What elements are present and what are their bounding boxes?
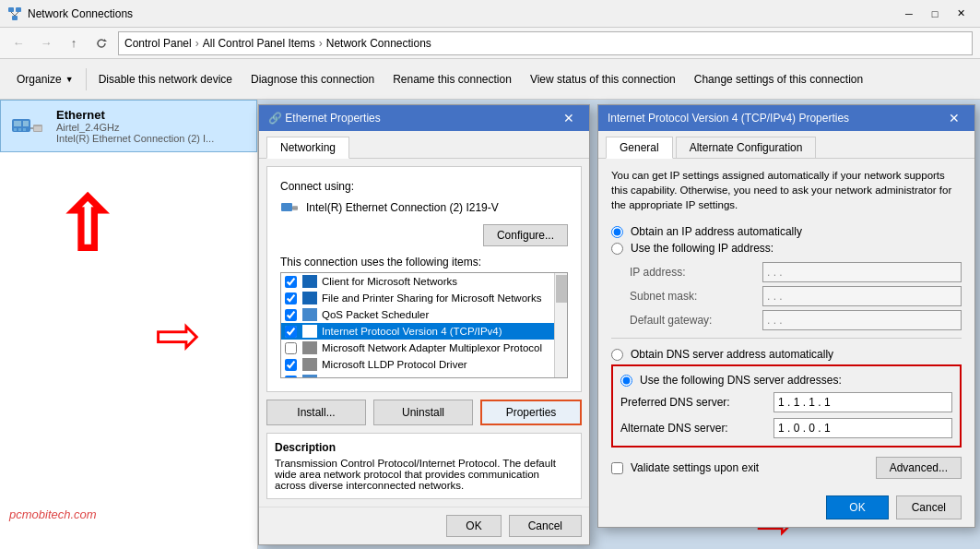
item-label-3: Internet Protocol Version 4 (TCP/IPv4) [322,326,502,337]
item-icon-4 [302,341,317,354]
maximize-btn[interactable]: □ [923,3,947,25]
alternate-dns-label: Alternate DNS server: [620,418,768,438]
ethernet-ok-btn[interactable]: OK [446,515,501,537]
item-icon-0 [302,275,317,288]
item-checkbox-6[interactable] [285,376,297,379]
titlebar: Network Connections ─ □ ✕ [0,0,980,28]
ethernet-dialog-tabs: Networking [259,131,589,159]
diagnose-connection-btn[interactable]: Diagnose this connection [242,63,384,96]
item-label-5: Microsoft LLDP Protocol Driver [322,359,467,370]
addressbar: ← → ↑ Control Panel › All Control Panel … [0,28,980,59]
list-item[interactable]: File and Printer Sharing for Microsoft N… [281,290,567,306]
list-item[interactable]: Client for Microsoft Networks [281,273,567,290]
refresh-btn[interactable] [90,32,112,54]
connect-using-row: Intel(R) Ethernet Connection (2) I219-V [280,198,568,217]
manual-ip-radio[interactable] [611,243,623,255]
dns-box: Use the following DNS server addresses: … [611,364,962,448]
ethernet-connection-item[interactable]: Ethernet Airtel_2.4GHz Intel(R) Ethernet… [0,100,257,152]
auto-dns-radio[interactable] [611,349,623,361]
gateway-label: Default gateway: [630,310,759,330]
tab-general[interactable]: General [606,137,673,159]
item-label-1: File and Printer Sharing for Microsoft N… [322,292,541,304]
forward-btn[interactable]: → [35,32,57,54]
auto-ip-label: Obtain an IP address automatically [631,225,802,238]
configure-btn[interactable]: Configure... [483,224,568,246]
network-connections-icon [7,6,22,21]
install-btn[interactable]: Install... [266,400,366,425]
scroll-thumb[interactable] [556,275,567,303]
properties-btn[interactable]: Properties [480,400,582,425]
auto-dns-row: Obtain DNS server address automatically [611,348,962,361]
tcpip-dialog-close-btn[interactable]: ✕ [943,108,965,128]
item-checkbox-4[interactable] [285,342,297,354]
tab-networking[interactable]: Networking [266,137,349,159]
view-status-btn[interactable]: View status of this connection [521,63,685,96]
svg-rect-14 [34,126,41,131]
svg-marker-5 [104,39,107,42]
manual-dns-radio[interactable] [620,375,632,387]
tcpip-content: You can get IP settings assigned automat… [598,159,974,488]
svg-rect-1 [16,7,21,12]
ethernet-dialog-close-btn[interactable]: ✕ [558,108,580,128]
item-checkbox-3[interactable] [285,326,297,338]
svg-rect-10 [18,128,21,131]
scrollbar-vert[interactable] [554,273,567,377]
ethernet-properties-dialog[interactable]: 🔗 Ethernet Properties ✕ Networking Conne… [258,104,590,545]
gateway-input[interactable]: . . . [762,310,962,330]
minimize-btn[interactable]: ─ [897,3,921,25]
list-item[interactable]: Microsoft LLDP Protocol Driver [281,356,567,373]
item-checkbox-0[interactable] [285,276,297,288]
item-label-0: Client for Microsoft Networks [322,276,457,287]
auto-ip-row: Obtain an IP address automatically [611,225,962,238]
tcpip-tabs: General Alternate Configuration [598,131,974,159]
organize-btn[interactable]: Organize ▼ [7,63,83,96]
list-item-ipv4[interactable]: Internet Protocol Version 4 (TCP/IPv4) [281,323,567,340]
red-arrow-up: ⇧ [55,183,117,269]
auto-dns-label: Obtain DNS server address automatically [631,348,833,361]
tcpip-ok-btn[interactable]: OK [826,495,888,519]
preferred-dns-label: Preferred DNS server: [620,392,768,412]
ethernet-cancel-btn[interactable]: Cancel [509,515,582,537]
item-checkbox-1[interactable] [285,292,297,304]
tab-alternate-config[interactable]: Alternate Configuration [676,137,817,158]
disable-network-device-btn[interactable]: Disable this network device [89,63,242,96]
list-item[interactable]: QoS Packet Scheduler [281,306,567,323]
tcpip-properties-dialog[interactable]: Internet Protocol Version 4 (TCP/IPv4) P… [597,104,975,528]
tcpip-cancel-btn[interactable]: Cancel [896,495,962,519]
ip-radio-group: Obtain an IP address automatically Use t… [611,225,962,255]
dns-section: Obtain DNS server address automatically … [611,348,962,448]
change-settings-btn[interactable]: Change settings of this connection [685,63,872,96]
item-label-4: Microsoft Network Adapter Multiplexor Pr… [322,342,542,353]
item-checkbox-5[interactable] [285,359,297,371]
svg-rect-9 [14,128,17,131]
list-item[interactable]: Internet Protocol Version 6 (TCP/IPv6) [281,373,567,378]
advanced-btn[interactable]: Advanced... [876,457,962,479]
breadcrumb[interactable]: Control Panel › All Control Panel Items … [118,31,973,55]
close-btn[interactable]: ✕ [949,3,973,25]
validate-checkbox[interactable] [611,462,623,474]
ip-address-input[interactable]: . . . [762,262,962,282]
rename-connection-btn[interactable]: Rename this connection [384,63,521,96]
up-btn[interactable]: ↑ [63,32,85,54]
watermark: pcmobitech.com [9,507,97,521]
list-item[interactable]: Microsoft Network Adapter Multiplexor Pr… [281,340,567,356]
subnet-input[interactable]: . . . [762,286,962,306]
item-label-6: Internet Protocol Version 6 (TCP/IPv6) [322,376,502,378]
auto-ip-radio[interactable] [611,226,623,238]
alternate-dns-input[interactable]: 1 . 0 . 0 . 1 [773,418,952,438]
svg-rect-0 [8,7,14,12]
tcpip-note: You can get IP settings assigned automat… [611,168,962,212]
subnet-label: Subnet mask: [630,286,759,306]
svg-line-4 [15,12,18,16]
svg-rect-11 [23,128,26,131]
alternate-dns-val: 1 . 0 . 0 . 1 [778,422,831,435]
preferred-dns-input[interactable]: 1 . 1 . 1 . 1 [773,392,952,412]
item-checkbox-2[interactable] [285,309,297,321]
back-btn[interactable]: ← [7,32,30,54]
item-icon-2 [302,308,317,321]
uninstall-btn[interactable]: Uninstall [373,400,473,425]
toolbar: Organize ▼ Disable this network device D… [0,59,980,100]
ethernet-dialog-bottom-btns: Install... Uninstall Properties [266,400,582,425]
items-listbox[interactable]: Client for Microsoft Networks File and P… [280,272,568,378]
ip-address-label: IP address: [630,262,759,282]
